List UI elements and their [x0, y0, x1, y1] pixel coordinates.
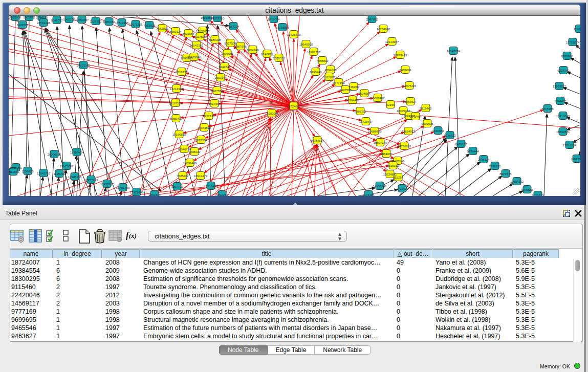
svg-text:15226058: 15226058 [196, 30, 210, 33]
svg-text:8912954: 8912954 [182, 32, 194, 35]
svg-text:1440954: 1440954 [432, 129, 444, 133]
svg-text:9225513: 9225513 [532, 194, 544, 196]
svg-text:8990443: 8990443 [310, 71, 322, 74]
svg-text:8813054: 8813054 [268, 18, 280, 21]
svg-text:7532621: 7532621 [489, 165, 501, 168]
svg-text:10671355: 10671355 [129, 23, 143, 26]
svg-text:9245652: 9245652 [521, 188, 533, 191]
svg-text:9322214: 9322214 [216, 193, 228, 196]
svg-text:9327506: 9327506 [194, 35, 206, 38]
svg-text:12093822: 12093822 [553, 85, 567, 88]
svg-text:10958107: 10958107 [100, 183, 114, 186]
svg-text:10543362: 10543362 [190, 44, 204, 47]
svg-text:3624554: 3624554 [358, 92, 371, 95]
svg-text:6497568: 6497568 [339, 89, 352, 92]
svg-text:10807487: 10807487 [371, 97, 385, 100]
svg-text:10653267: 10653267 [75, 18, 89, 21]
svg-text:9498222: 9498222 [188, 150, 201, 154]
svg-text:9463110: 9463110 [149, 193, 161, 196]
svg-text:10025458: 10025458 [397, 110, 410, 113]
svg-text:1417006: 1417006 [208, 102, 221, 105]
svg-text:7955812: 7955812 [316, 59, 329, 62]
svg-text:16914479: 16914479 [194, 174, 208, 178]
svg-text:7663822: 7663822 [156, 27, 168, 30]
svg-text:16120746: 16120746 [391, 160, 405, 163]
svg-text:14136141: 14136141 [373, 185, 387, 188]
svg-text:1621072: 1621072 [323, 76, 335, 79]
svg-text:1156829: 1156829 [22, 170, 34, 173]
svg-text:1112764: 1112764 [574, 28, 580, 31]
svg-text:8427552: 8427552 [211, 90, 223, 93]
svg-text:12923448: 12923448 [130, 191, 144, 194]
svg-text:1588520: 1588520 [273, 57, 285, 60]
svg-text:12942757: 12942757 [37, 172, 51, 175]
svg-text:6479197: 6479197 [455, 143, 467, 146]
svg-text:12213967: 12213967 [385, 40, 399, 43]
svg-text:14099489: 14099489 [183, 162, 197, 165]
svg-text:1405571: 1405571 [16, 24, 29, 27]
svg-text:6794028: 6794028 [324, 69, 337, 72]
svg-text:16154808: 16154808 [377, 28, 390, 31]
svg-text:10973493: 10973493 [394, 54, 407, 57]
svg-text:7986372: 7986372 [354, 110, 366, 113]
svg-text:9329966: 9329966 [561, 55, 573, 58]
svg-text:19756928: 19756928 [398, 145, 411, 148]
svg-text:2718176: 2718176 [176, 71, 188, 74]
svg-text:9640464: 9640464 [409, 115, 422, 118]
svg-text:16782759: 16782759 [116, 186, 130, 189]
svg-text:1905572: 1905572 [23, 16, 35, 19]
svg-text:18300295: 18300295 [265, 112, 279, 115]
svg-text:1527602: 1527602 [90, 20, 102, 23]
svg-text:18640910: 18640910 [299, 43, 313, 46]
svg-text:2087682: 2087682 [366, 18, 378, 21]
svg-text:7485063: 7485063 [399, 69, 411, 72]
svg-text:9777169: 9777169 [333, 81, 345, 84]
svg-text:16107552: 16107552 [169, 102, 183, 105]
svg-text:12975115: 12975115 [403, 84, 417, 87]
svg-text:746266: 746266 [349, 85, 359, 89]
svg-text:1065132: 1065132 [63, 18, 75, 21]
svg-text:62160: 62160 [386, 103, 395, 106]
svg-text:9146821: 9146821 [261, 53, 273, 56]
svg-text:16033810: 16033810 [211, 17, 225, 20]
svg-text:1835061: 1835061 [10, 166, 22, 169]
svg-text:6966160: 6966160 [103, 20, 115, 24]
svg-text:9884067: 9884067 [380, 152, 393, 156]
svg-text:19166825: 19166825 [172, 133, 186, 136]
svg-text:1145194: 1145194 [54, 172, 66, 176]
svg-text:20206576: 20206576 [48, 153, 61, 156]
svg-text:17359924: 17359924 [70, 151, 84, 154]
svg-text:13325419: 13325419 [287, 33, 301, 36]
svg-text:12505135: 12505135 [68, 176, 82, 179]
svg-text:9046377: 9046377 [51, 19, 63, 22]
svg-text:9657791: 9657791 [171, 185, 183, 188]
svg-text:8915026: 8915026 [9, 16, 21, 19]
svg-text:19975867: 19975867 [60, 165, 74, 168]
svg-text:1167531: 1167531 [571, 158, 580, 161]
svg-text:9115460: 9115460 [420, 107, 432, 110]
svg-text:15692871: 15692871 [556, 130, 570, 134]
svg-text:2935114: 2935114 [478, 158, 490, 161]
svg-text:15720407: 15720407 [359, 120, 373, 123]
svg-text:19654923: 19654923 [402, 130, 416, 133]
svg-text:8267130: 8267130 [203, 115, 215, 118]
svg-text:2967608: 2967608 [234, 45, 247, 48]
svg-text:9242848: 9242848 [219, 65, 231, 69]
svg-text:9227343: 9227343 [557, 69, 570, 72]
svg-text:252254: 252254 [393, 176, 404, 179]
svg-text:3911941: 3911941 [9, 170, 19, 173]
svg-text:9699695: 9699695 [421, 122, 433, 125]
svg-text:1615152: 1615152 [387, 164, 399, 167]
svg-text:1965492: 1965492 [170, 117, 182, 120]
svg-text:7515526: 7515526 [143, 24, 156, 27]
svg-text:22891406: 22891406 [37, 21, 51, 25]
svg-text:15751074: 15751074 [566, 41, 580, 44]
svg-text:16210643: 16210643 [556, 115, 570, 118]
svg-text:10688609: 10688609 [368, 130, 382, 133]
svg-text:8878334: 8878334 [195, 139, 207, 142]
svg-text:1244415: 1244415 [554, 100, 567, 103]
svg-text:1733426: 1733426 [396, 187, 408, 190]
svg-text:8186328: 8186328 [209, 38, 221, 41]
svg-text:15716485: 15716485 [204, 185, 218, 188]
svg-text:17016504: 17016504 [563, 144, 577, 147]
